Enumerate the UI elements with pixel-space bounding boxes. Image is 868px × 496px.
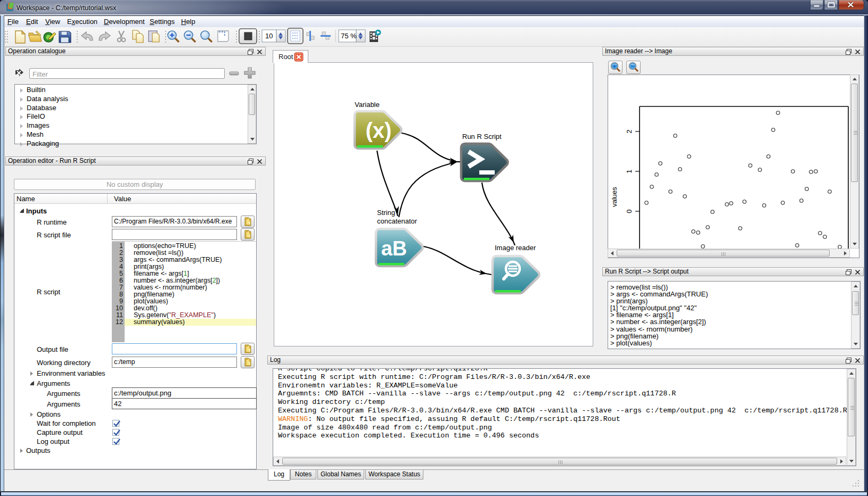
svg-text:(x): (x) bbox=[366, 119, 392, 142]
svg-text:10: 10 bbox=[265, 32, 273, 40]
svg-text:Run R Script: Run R Script bbox=[462, 133, 502, 140]
svg-text:0: 0 bbox=[625, 209, 633, 213]
svg-text:values: values bbox=[610, 187, 618, 207]
svg-text:1: 1 bbox=[625, 169, 633, 173]
svg-text:concatenator: concatenator bbox=[377, 217, 417, 225]
svg-text:75 %: 75 % bbox=[341, 32, 357, 40]
svg-text:Image reader: Image reader bbox=[495, 244, 536, 252]
svg-text:aB: aB bbox=[381, 237, 407, 260]
svg-text:String: String bbox=[377, 209, 395, 217]
svg-text:2: 2 bbox=[625, 129, 633, 133]
svg-text:Variable: Variable bbox=[355, 101, 380, 109]
